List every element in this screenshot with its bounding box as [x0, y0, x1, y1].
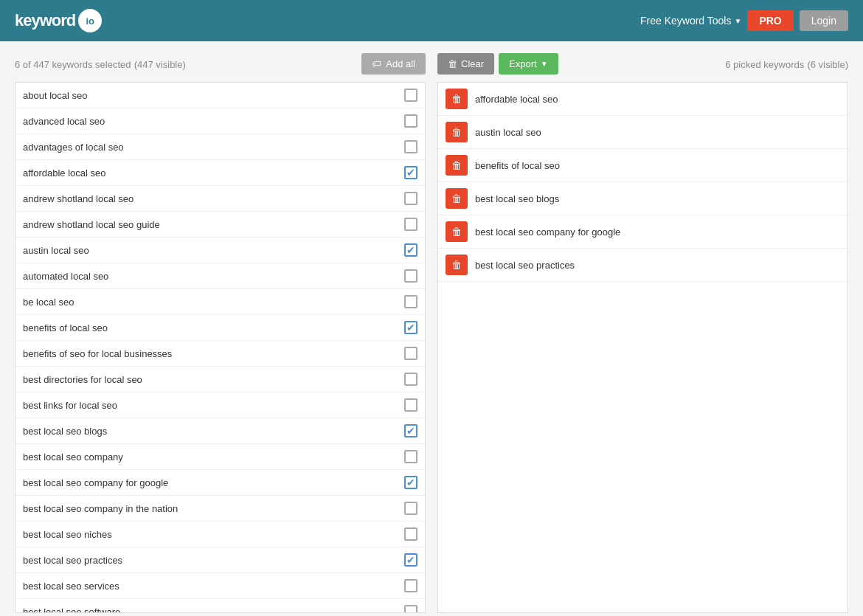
keyword-name: best local seo services	[23, 581, 119, 592]
keyword-row[interactable]: andrew shotland local seo	[15, 186, 425, 212]
keyword-name: best local seo niches	[23, 529, 112, 540]
delete-picked-button[interactable]: 🗑	[446, 155, 468, 176]
keyword-row[interactable]: austin local seo✔	[15, 238, 425, 263]
checkbox-icon[interactable]: ✔	[404, 553, 417, 567]
login-button[interactable]: Login	[800, 10, 848, 31]
keyword-name: best local seo blogs	[23, 426, 107, 437]
keyword-row[interactable]: be local seo	[15, 289, 425, 315]
keyword-name: best local seo software	[23, 606, 120, 614]
delete-picked-button[interactable]: 🗑	[446, 89, 468, 109]
left-panel: 6 of 447 keywords selected (447 visible)…	[15, 53, 426, 613]
keyword-name: advantages of local seo	[23, 142, 124, 153]
picked-count: 6 picked keywords (6 visible)	[558, 58, 848, 70]
picked-row: 🗑best local seo practices	[438, 249, 848, 282]
checkbox-icon[interactable]	[404, 218, 417, 231]
keyword-name: about local seo	[23, 90, 87, 101]
checkbox-icon[interactable]	[404, 140, 417, 153]
keyword-name: best local seo company in the nation	[23, 503, 178, 514]
keyword-name: benefits of seo for local businesses	[23, 348, 172, 359]
checkbox-icon[interactable]	[404, 192, 417, 205]
keyword-row[interactable]: andrew shotland local seo guide	[15, 212, 425, 238]
right-panel: 🗑 Clear Export ▼ 6 picked keywords (6 vi…	[437, 53, 848, 613]
pro-button[interactable]: PRO	[747, 10, 793, 31]
delete-picked-button[interactable]: 🗑	[446, 188, 468, 209]
keyword-name: best directories for local seo	[23, 374, 142, 385]
keyword-row[interactable]: best local seo company in the nation	[15, 496, 425, 522]
checkbox-icon[interactable]	[404, 89, 417, 102]
free-tools-caret-icon: ▼	[734, 17, 741, 25]
checkbox-icon[interactable]	[404, 269, 417, 283]
delete-picked-button[interactable]: 🗑	[446, 255, 468, 275]
checkbox-icon[interactable]	[404, 605, 417, 613]
keyword-name: best local seo practices	[23, 555, 122, 566]
clear-button[interactable]: 🗑 Clear	[437, 53, 494, 75]
picked-row: 🗑best local seo company for google	[438, 215, 848, 249]
keyword-row[interactable]: automated local seo	[15, 263, 425, 289]
keyword-name: advanced local seo	[23, 116, 105, 127]
header-right: Free Keyword Tools ▼ PRO Login	[640, 10, 848, 31]
keyword-row[interactable]: best local seo software	[15, 599, 425, 613]
picked-keyword-name: best local seo company for google	[475, 226, 620, 238]
picked-keyword-name: best local seo blogs	[475, 193, 559, 204]
tag-icon: 🏷	[372, 58, 381, 69]
main-content: 6 of 447 keywords selected (447 visible)…	[0, 41, 863, 616]
checkbox-icon[interactable]	[404, 114, 417, 128]
keyword-row[interactable]: advanced local seo	[15, 108, 425, 134]
keyword-row[interactable]: best local seo blogs✔	[15, 418, 425, 444]
export-button[interactable]: Export ▼	[499, 53, 558, 75]
right-actions: 🗑 Clear Export ▼	[437, 53, 558, 75]
picked-list: 🗑affordable local seo🗑austin local seo🗑b…	[437, 82, 848, 613]
logo-text: keyword	[15, 11, 75, 30]
keyword-name: automated local seo	[23, 271, 108, 282]
checkbox-icon[interactable]	[404, 450, 417, 463]
checkbox-icon[interactable]: ✔	[404, 476, 417, 489]
right-header-top: 🗑 Clear Export ▼ 6 picked keywords (6 vi…	[437, 53, 848, 75]
header: keyword io Free Keyword Tools ▼ PRO Logi…	[0, 0, 863, 41]
add-all-button[interactable]: 🏷 Add all	[361, 53, 426, 75]
left-header: 6 of 447 keywords selected (447 visible)…	[15, 53, 426, 75]
trash-icon-clear: 🗑	[448, 58, 457, 69]
keyword-row[interactable]: best local seo services	[15, 573, 425, 599]
keyword-row[interactable]: affordable local seo✔	[15, 160, 425, 186]
export-caret-icon: ▼	[541, 60, 548, 68]
keyword-row[interactable]: about local seo	[15, 83, 425, 108]
logo: keyword io	[15, 9, 102, 32]
keyword-name: andrew shotland local seo	[23, 193, 134, 204]
keyword-row[interactable]: best directories for local seo	[15, 367, 425, 392]
keyword-row[interactable]: benefits of local seo✔	[15, 315, 425, 341]
keyword-name: best links for local seo	[23, 400, 117, 411]
free-keyword-tools-button[interactable]: Free Keyword Tools ▼	[640, 15, 741, 27]
keyword-name: best local seo company for google	[23, 477, 168, 488]
checkbox-icon[interactable]	[404, 502, 417, 515]
keyword-name: be local seo	[23, 297, 74, 308]
checkbox-icon[interactable]	[404, 398, 417, 412]
checkbox-icon[interactable]: ✔	[404, 166, 417, 179]
checkbox-icon[interactable]	[404, 373, 417, 386]
checkbox-icon[interactable]: ✔	[404, 243, 417, 257]
selected-count: 6 of 447 keywords selected (447 visible)	[15, 58, 186, 70]
keyword-row[interactable]: best links for local seo	[15, 392, 425, 418]
delete-picked-button[interactable]: 🗑	[446, 221, 468, 242]
picked-row: 🗑best local seo blogs	[438, 182, 848, 215]
picked-row: 🗑affordable local seo	[438, 83, 848, 116]
checkbox-icon[interactable]	[404, 579, 417, 592]
picked-keyword-name: best local seo practices	[475, 260, 575, 271]
keyword-row[interactable]: best local seo practices✔	[15, 547, 425, 573]
keyword-row[interactable]: benefits of seo for local businesses	[15, 341, 425, 367]
keyword-row[interactable]: best local seo company	[15, 444, 425, 470]
checkbox-icon[interactable]	[404, 347, 417, 360]
checkbox-icon[interactable]: ✔	[404, 321, 417, 334]
keyword-row[interactable]: advantages of local seo	[15, 134, 425, 160]
checkbox-icon[interactable]: ✔	[404, 424, 417, 437]
delete-picked-button[interactable]: 🗑	[446, 122, 468, 142]
keyword-list[interactable]: about local seoadvanced local seoadvanta…	[15, 82, 426, 613]
checkbox-icon[interactable]	[404, 295, 417, 308]
picked-keyword-name: benefits of local seo	[475, 160, 560, 171]
keyword-row[interactable]: best local seo niches	[15, 522, 425, 547]
picked-keyword-name: affordable local seo	[475, 94, 558, 105]
keyword-row[interactable]: best local seo company for google✔	[15, 470, 425, 496]
checkbox-icon[interactable]	[404, 527, 417, 541]
keyword-name: austin local seo	[23, 245, 89, 256]
logo-circle: io	[78, 9, 102, 32]
keyword-name: andrew shotland local seo guide	[23, 219, 160, 230]
